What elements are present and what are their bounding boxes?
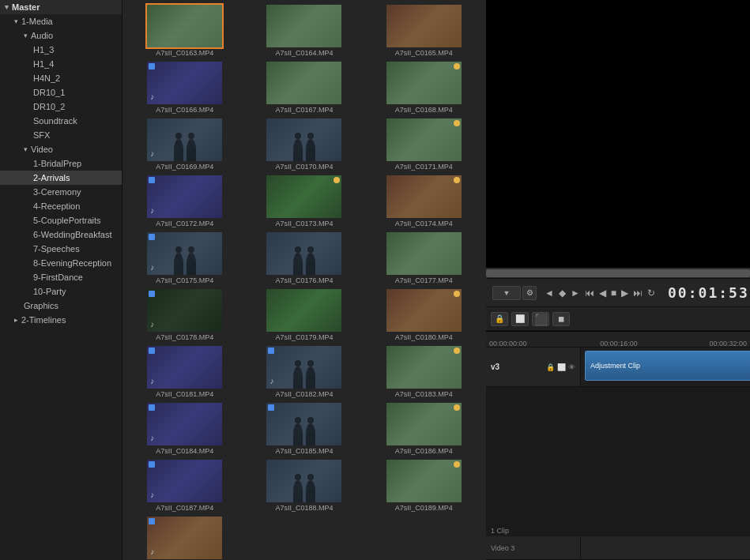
- media-filename: A7sII_C0167.MP4: [266, 106, 341, 114]
- media-item[interactable]: A7sII_C0188.MP4: [245, 458, 363, 513]
- tree-4reception-label: 4-Reception: [33, 201, 80, 211]
- tree-h1_4[interactable]: H1_4: [0, 57, 122, 71]
- tree-graphics[interactable]: Graphics: [0, 299, 122, 313]
- tree-1media[interactable]: ▾ 1-Media: [0, 14, 122, 28]
- tree-3ceremony[interactable]: 3-Ceremony: [0, 185, 122, 199]
- media-item[interactable]: A7sII_C0167.MP4: [245, 60, 363, 115]
- media-item[interactable]: A7sII_C0185.MP4: [245, 401, 363, 457]
- track-lock-icon[interactable]: 🔒: [546, 363, 555, 371]
- time-start: 00:00:00:00: [489, 340, 527, 348]
- go-to-in-btn[interactable]: ⏮: [585, 285, 594, 301]
- music-note-icon: ♪: [150, 149, 154, 158]
- lock-btn[interactable]: 🔒: [491, 312, 508, 326]
- media-item[interactable]: ♪ A7sII_C0172.MP4: [126, 174, 243, 229]
- monitor-settings-btn[interactable]: ◼: [552, 312, 570, 326]
- source-settings-btn[interactable]: ⚙: [522, 286, 537, 300]
- thumbnail-wrap: [266, 5, 341, 47]
- media-item[interactable]: ♪ A7sII_C0187.MP4: [126, 458, 243, 513]
- expand-arrow: ▾: [24, 145, 28, 153]
- media-item[interactable]: ♪ A7sII_C0175.MP4: [126, 231, 243, 286]
- tree-dr10_1[interactable]: DR10_1: [0, 85, 122, 100]
- step-fwd-btn[interactable]: ⏭: [633, 285, 643, 301]
- tree-soundtrack[interactable]: Soundtrack: [0, 114, 122, 128]
- tree-master[interactable]: ▾ Master: [0, 0, 122, 14]
- media-item[interactable]: A7sII_C0165.MP4: [365, 3, 483, 58]
- add-marker-btn[interactable]: ◆: [559, 285, 566, 301]
- thumbnail-canvas: ♪: [147, 289, 222, 332]
- media-item[interactable]: A7sII_C0171.MP4: [365, 117, 483, 172]
- media-item[interactable]: A7sII_C0176.MP4: [245, 231, 363, 286]
- tree-video[interactable]: ▾ Video: [0, 142, 122, 156]
- tree-5coupleportraits[interactable]: 5-CouplePortraits: [0, 213, 122, 227]
- stop-btn[interactable]: ■: [611, 285, 616, 301]
- media-item[interactable]: ♪ A7sII_C0166.MP4: [126, 60, 243, 115]
- thumbnail-canvas: [386, 346, 462, 389]
- media-item[interactable]: A7sII_C0177.MP4: [365, 231, 483, 286]
- thumbnail-canvas: [266, 118, 341, 161]
- loop-btn[interactable]: ↻: [647, 285, 655, 301]
- step-back-btn[interactable]: ◀: [599, 285, 606, 301]
- timeline-scrollbar[interactable]: [486, 268, 750, 279]
- source-monitor-btn[interactable]: ▼: [492, 286, 521, 300]
- thumbnail-canvas: [386, 460, 462, 502]
- tree-sfx[interactable]: SFX: [0, 128, 122, 142]
- media-item[interactable]: A7sII_C0173.MP4: [245, 174, 363, 229]
- tree-h4n_2[interactable]: H4N_2: [0, 71, 122, 85]
- media-filename: A7sII_C0178.MP4: [147, 333, 222, 341]
- tree-audio[interactable]: ▾ Audio: [0, 28, 122, 43]
- tree-4reception[interactable]: 4-Reception: [0, 199, 122, 213]
- media-item[interactable]: A7sII_C0180.MP4: [365, 288, 483, 343]
- tree-2arrivals[interactable]: 2-Arrivals: [0, 171, 122, 185]
- tree-dr10_2[interactable]: DR10_2: [0, 100, 122, 114]
- track-eye-icon[interactable]: 👁: [568, 363, 575, 371]
- media-item[interactable]: A7sII_C0189.MP4: [365, 458, 483, 513]
- media-item[interactable]: A7sII_C0170.MP4: [245, 117, 363, 172]
- tree-h1_3[interactable]: H1_3: [0, 43, 122, 57]
- tree-6weddingbreakfast[interactable]: 6-WeddingBreakfast: [0, 227, 122, 242]
- timeline-clip-adjustment[interactable]: Adjustment Clip: [585, 351, 750, 381]
- next-keyframe-btn[interactable]: ►: [571, 285, 580, 301]
- music-note-icon: ♪: [150, 92, 154, 101]
- media-item[interactable]: A7sII_C0168.MP4: [365, 60, 483, 115]
- media-filename: A7sII_C0174.MP4: [386, 220, 462, 227]
- time-end: 00:00:32:00: [709, 340, 747, 348]
- effect-btn[interactable]: ⬛: [532, 312, 549, 326]
- tree-h1_4-label: H1_4: [33, 59, 54, 69]
- play-btn[interactable]: ▶: [621, 285, 628, 301]
- media-filename: A7sII_C0166.MP4: [147, 106, 222, 114]
- badge-yellow: [454, 348, 460, 354]
- program-monitor[interactable]: [486, 0, 750, 268]
- prev-keyframe-btn[interactable]: ◄: [545, 285, 554, 301]
- thumbnail-wrap: ♪: [147, 460, 222, 502]
- media-item[interactable]: ♪ A7sII_C0169.MP4: [126, 117, 243, 172]
- media-filename: A7sII_C0184.MP4: [147, 447, 222, 455]
- track-content-v3[interactable]: Adjustment Clip: [581, 348, 750, 386]
- tree-8eveningreception[interactable]: 8-EveningReception: [0, 256, 122, 270]
- tree-master-label: Master: [12, 2, 40, 12]
- tree-2timelines[interactable]: ▸ 2-Timelines: [0, 313, 122, 327]
- tree-h1_3-label: H1_3: [33, 45, 54, 54]
- media-item[interactable]: A7sII_C0179.MP4: [245, 288, 363, 343]
- thumbnail-wrap: [266, 232, 341, 275]
- sync-btn[interactable]: ⬜: [511, 312, 529, 326]
- media-item[interactable]: ♪ A7sII_C0181.MP4: [126, 344, 243, 400]
- media-item[interactable]: ♪ A7sII_C0182.MP4: [245, 344, 363, 400]
- media-item[interactable]: A7sII_C0164.MP4: [245, 3, 363, 58]
- thumbnail-canvas: [386, 62, 462, 104]
- tree-7speeches[interactable]: 7-Speeches: [0, 242, 122, 256]
- media-item[interactable]: A7sII_C0174.MP4: [365, 174, 483, 229]
- media-item[interactable]: A7sII_C0183.MP4: [365, 344, 483, 400]
- badge-yellow: [334, 177, 340, 183]
- media-item[interactable]: ♪ A7sII_C0184.MP4: [126, 401, 243, 457]
- tree-1bridalprep[interactable]: 1-BridalPrep: [0, 156, 122, 171]
- media-filename: A7sII_C0164.MP4: [266, 49, 341, 57]
- media-filename: A7sII_C0182.MP4: [266, 390, 341, 398]
- media-item[interactable]: A7sII_C0163.MP4: [126, 3, 243, 58]
- media-item[interactable]: A7sII_C0186.MP4: [365, 401, 483, 457]
- tree-10party[interactable]: 10-Party: [0, 284, 122, 299]
- media-item[interactable]: ♪ A7sII_C0178.MP4: [126, 288, 243, 343]
- media-item[interactable]: ♪ A7sII_C0190.MP4: [126, 515, 243, 560]
- tree-soundtrack-label: Soundtrack: [33, 116, 77, 126]
- tree-9firstdance[interactable]: 9-FirstDance: [0, 270, 122, 284]
- track-sync-icon[interactable]: ⬜: [557, 363, 566, 371]
